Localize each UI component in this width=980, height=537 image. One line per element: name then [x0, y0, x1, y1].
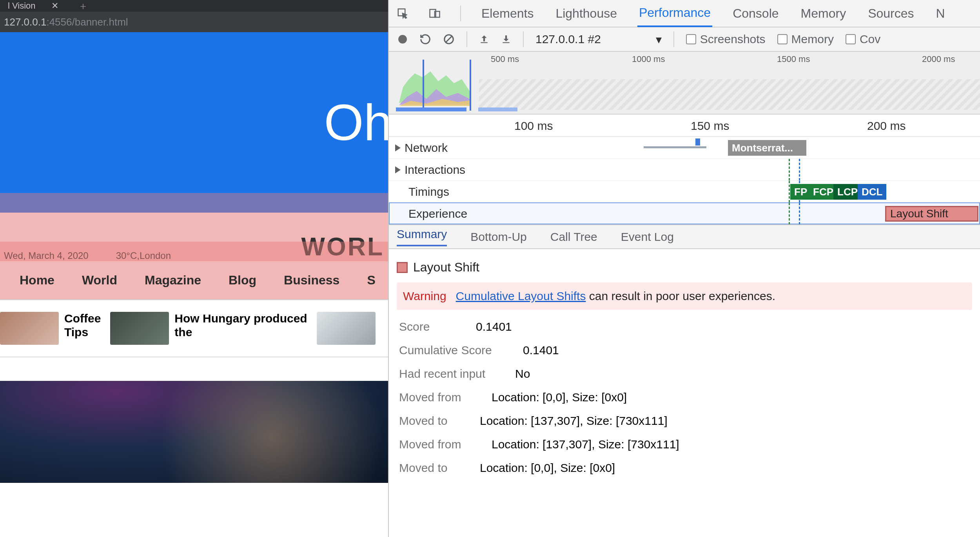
marker-line	[789, 181, 790, 202]
network-bar[interactable]	[644, 146, 706, 148]
color-swatch	[397, 262, 408, 273]
kv-row: Cumulative Score 0.1401	[397, 333, 972, 357]
overview-unselected	[479, 79, 980, 110]
summary-title: Layout Shift	[397, 256, 972, 282]
tab-elements[interactable]: Elements	[480, 1, 535, 26]
track-experience[interactable]: Experience Layout Shift	[389, 202, 980, 224]
timing-fp[interactable]: FP	[790, 184, 811, 200]
nav-item-home[interactable]: Home	[20, 273, 54, 288]
close-icon[interactable]: ✕	[51, 1, 58, 11]
page-banner: Oh	[0, 32, 388, 213]
browser-tab[interactable]: l Vision ✕	[0, 1, 66, 11]
browser-tabstrip: l Vision ✕ ＋	[0, 0, 388, 12]
chevron-down-icon: ▾	[656, 33, 662, 46]
tab-more[interactable]: N	[935, 1, 947, 26]
reload-icon[interactable]	[419, 33, 431, 45]
nav-item-blog[interactable]: Blog	[229, 273, 256, 288]
list-item[interactable]: How Hungary produced the	[110, 312, 307, 345]
network-bar[interactable]	[695, 138, 700, 146]
warning-label: Warning	[403, 289, 446, 303]
url-bar[interactable]: 127.0.0.1:4556/banner.html	[0, 12, 388, 32]
separator	[673, 31, 674, 47]
thumbnail	[110, 312, 169, 345]
screenshots-checkbox[interactable]: Screenshots	[686, 33, 766, 46]
url-text: 127.0.0.1:4556/banner.html	[4, 16, 128, 28]
kv-row: Moved from Location: [137,307], Size: [7…	[397, 428, 972, 451]
nav-item-more[interactable]: S	[367, 273, 375, 288]
kv-row: Had recent input No	[397, 357, 972, 380]
subtab-call-tree[interactable]: Call Tree	[550, 230, 597, 244]
svg-rect-6	[503, 42, 509, 43]
download-icon[interactable]	[501, 34, 511, 44]
cls-link[interactable]: Cumulative Layout Shifts	[456, 289, 586, 302]
network-item[interactable]: Montserrat...	[728, 140, 806, 156]
tab-lighthouse[interactable]: Lighthouse	[554, 1, 619, 26]
warning-row: Warning Cumulative Layout Shifts can res…	[397, 282, 972, 310]
overview-strip	[396, 107, 980, 111]
marker-line	[789, 203, 790, 224]
card-title: Coffee Tips	[64, 312, 101, 339]
main-nav: Home World Magazine Blog Business S	[0, 261, 388, 300]
nav-item-magazine[interactable]: Magazine	[145, 273, 201, 288]
recording-select[interactable]: 127.0.0.1 #2 ▾	[535, 33, 662, 46]
article-cards: Coffee Tips How Hungary produced the	[0, 300, 388, 357]
devtools-tabs: Elements Lighthouse Performance Console …	[389, 0, 980, 27]
record-icon[interactable]	[397, 34, 408, 44]
memory-checkbox[interactable]: Memory	[777, 33, 834, 46]
layout-shift-block[interactable]: Layout Shift	[885, 206, 978, 222]
tab-sources[interactable]: Sources	[866, 1, 915, 26]
browser-window: l Vision ✕ ＋ 127.0.0.1:4556/banner.html …	[0, 0, 388, 537]
selection-handle-left[interactable]	[423, 60, 424, 111]
track-network[interactable]: Network Montserrat... M	[389, 137, 980, 158]
inspect-icon[interactable]	[396, 7, 409, 20]
list-item[interactable]: Coffee Tips	[0, 312, 101, 345]
disclosure-icon[interactable]	[395, 144, 401, 151]
selection-handle-right[interactable]	[470, 60, 471, 111]
tab-performance[interactable]: Performance	[637, 0, 712, 27]
track-timings[interactable]: Timings FP FCP LCP DCL	[389, 180, 980, 202]
subtab-bottom-up[interactable]: Bottom-Up	[470, 230, 526, 244]
list-item[interactable]	[317, 312, 376, 345]
nav-item-business[interactable]: Business	[284, 273, 339, 288]
timing-dcl[interactable]: DCL	[858, 184, 886, 200]
detail-ruler[interactable]: 100 ms 150 ms 200 ms	[389, 115, 980, 137]
device-toggle-icon[interactable]	[428, 7, 441, 20]
ruler-tick: 200 ms	[867, 119, 906, 133]
warning-text: can result in poor user experiences.	[589, 289, 775, 302]
ov-tick: 2000 ms	[922, 54, 955, 64]
disclosure-icon[interactable]	[395, 166, 401, 173]
separator	[466, 31, 467, 47]
subtab-summary[interactable]: Summary	[397, 228, 447, 246]
tab-console[interactable]: Console	[731, 1, 780, 26]
kv-row: Moved from Location: [0,0], Size: [0x0]	[397, 380, 972, 404]
new-tab-icon[interactable]: ＋	[78, 0, 88, 13]
nav-item-world[interactable]: World	[82, 273, 117, 288]
track-interactions[interactable]: Interactions	[389, 158, 980, 180]
separator	[523, 31, 524, 47]
summary-panel: Layout Shift Warning Cumulative Layout S…	[389, 249, 980, 475]
rendered-page: Oh Wed, March 4, 2020 30°C,London WORL H…	[0, 32, 388, 537]
svg-rect-5	[481, 42, 487, 43]
kv-row: Moved to Location: [0,0], Size: [0x0]	[397, 451, 972, 475]
thumbnail	[317, 312, 376, 345]
kv-row: Score 0.1401	[397, 310, 972, 333]
marker-line	[789, 159, 790, 180]
clear-icon[interactable]	[443, 33, 455, 45]
marker-line	[799, 159, 800, 180]
separator	[460, 5, 461, 21]
banner-text: Oh	[324, 93, 388, 152]
card-title: How Hungary produced the	[174, 312, 307, 339]
perf-toolbar: 127.0.0.1 #2 ▾ Screenshots Memory Cov	[389, 27, 980, 52]
svg-point-3	[398, 35, 407, 44]
ov-tick: 500 ms	[491, 54, 519, 64]
subtab-event-log[interactable]: Event Log	[621, 230, 674, 244]
coverage-checkbox[interactable]: Cov	[846, 33, 880, 46]
overview-timeline[interactable]: 500 ms 1000 ms 1500 ms 2000 ms	[389, 52, 980, 115]
hero-image	[0, 381, 388, 483]
thumbnail	[0, 312, 59, 345]
tab-title: l Vision	[8, 1, 36, 11]
detail-subtabs: Summary Bottom-Up Call Tree Event Log	[389, 225, 980, 249]
upload-icon[interactable]	[479, 34, 489, 44]
overview-minimap[interactable]	[395, 60, 474, 111]
tab-memory[interactable]: Memory	[799, 1, 848, 26]
